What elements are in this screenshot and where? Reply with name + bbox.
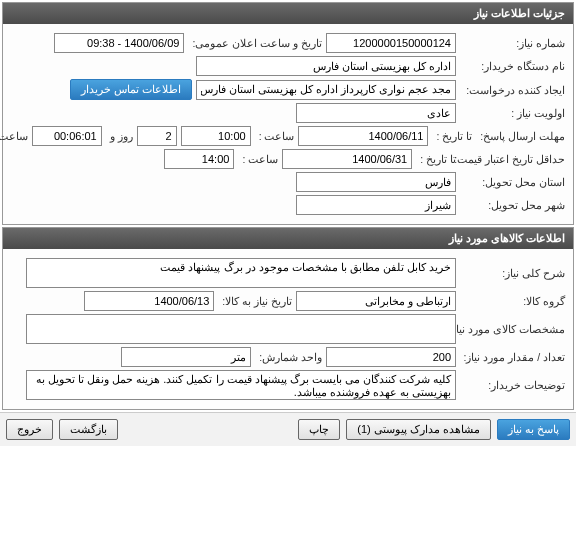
exit-button[interactable]: خروج xyxy=(6,419,53,440)
unit-label: واحد شمارش: xyxy=(255,351,322,363)
to-date-label-2: تا تاریخ : xyxy=(416,153,456,165)
buyer-notes-label: توضیحات خریدار: xyxy=(460,379,565,391)
buyer-field[interactable] xyxy=(196,56,456,76)
min-valid-time-field[interactable] xyxy=(164,149,234,169)
buyer-label: نام دستگاه خریدار: xyxy=(460,60,565,72)
deadline-time-field[interactable] xyxy=(181,126,251,146)
respond-button[interactable]: پاسخ به نیاز xyxy=(497,419,570,440)
qty-label: تعداد / مقدار مورد نیاز: xyxy=(460,351,565,363)
min-valid-label: حداقل تاریخ اعتبار قیمت: xyxy=(460,153,565,165)
spec-field[interactable] xyxy=(26,314,456,344)
group-label: گروه کالا: xyxy=(460,295,565,307)
requester-field[interactable] xyxy=(196,80,456,100)
province-label: استان محل تحویل: xyxy=(460,176,565,188)
time-label-2: ساعت : xyxy=(238,153,278,165)
desc-field[interactable] xyxy=(26,258,456,288)
desc-label: شرح کلی نیاز: xyxy=(460,267,565,279)
panel2-title: اطلاعات کالاهای مورد نیاز xyxy=(3,228,573,249)
min-valid-date-field[interactable] xyxy=(282,149,412,169)
contact-buyer-button[interactable]: اطلاعات تماس خریدار xyxy=(70,79,192,100)
back-button[interactable]: بازگشت xyxy=(59,419,118,440)
city-field[interactable] xyxy=(296,195,456,215)
footer-bar: پاسخ به نیاز مشاهده مدارک پیوستی (1) چاپ… xyxy=(0,412,576,446)
footer-spacer xyxy=(124,419,292,440)
deadline-date-field[interactable] xyxy=(298,126,428,146)
need-no-label: شماره نیاز: xyxy=(460,37,565,49)
goods-info-panel: اطلاعات کالاهای مورد نیاز شرح کلی نیاز: … xyxy=(2,227,574,410)
spec-label: مشخصات کالای مورد نیاز: xyxy=(460,323,565,335)
panel2-body: شرح کلی نیاز: گروه کالا: تاریخ نیاز به ک… xyxy=(3,249,573,409)
panel1-body: شماره نیاز: تاریخ و ساعت اعلان عمومی: نا… xyxy=(3,24,573,224)
city-label: شهر محل تحویل: xyxy=(460,199,565,211)
qty-field[interactable] xyxy=(326,347,456,367)
remain-label: ساعت باقی مانده xyxy=(0,130,28,142)
panel1-title: جزئیات اطلاعات نیاز xyxy=(3,3,573,24)
buyer-notes-field[interactable] xyxy=(26,370,456,400)
time-label-1: ساعت : xyxy=(255,130,295,142)
days-label: روز و xyxy=(106,130,133,142)
deadline-label: مهلت ارسال پاسخ: xyxy=(476,130,565,142)
requester-label: ایجاد کننده درخواست: xyxy=(460,84,565,96)
days-field[interactable] xyxy=(137,126,177,146)
priority-label: اولویت نیاز : xyxy=(460,107,565,119)
group-field[interactable] xyxy=(296,291,456,311)
remain-time-field xyxy=(32,126,102,146)
need-date-label: تاریخ نیاز به کالا: xyxy=(218,295,292,307)
announce-label: تاریخ و ساعت اعلان عمومی: xyxy=(188,37,322,49)
need-details-panel: جزئیات اطلاعات نیاز شماره نیاز: تاریخ و … xyxy=(2,2,574,225)
unit-field[interactable] xyxy=(121,347,251,367)
print-button[interactable]: چاپ xyxy=(298,419,340,440)
need-date-field[interactable] xyxy=(84,291,214,311)
need-no-field[interactable] xyxy=(326,33,456,53)
view-attachments-button[interactable]: مشاهده مدارک پیوستی (1) xyxy=(346,419,491,440)
province-field[interactable] xyxy=(296,172,456,192)
priority-field[interactable] xyxy=(296,103,456,123)
announce-field[interactable] xyxy=(54,33,184,53)
to-date-label: تا تاریخ : xyxy=(432,130,472,142)
